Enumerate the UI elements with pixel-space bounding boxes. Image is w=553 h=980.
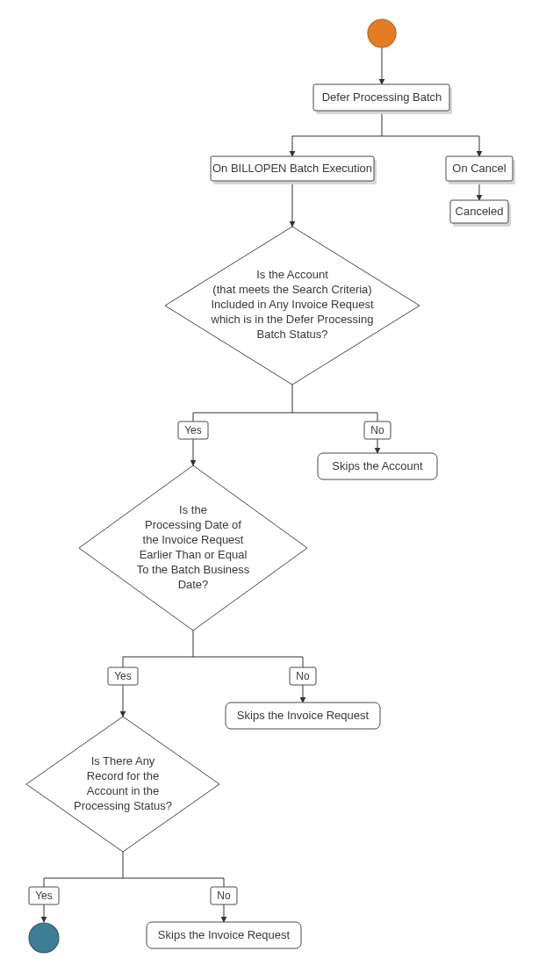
label-d1-yes: Yes [178, 422, 208, 439]
node-canceled: Canceled [450, 200, 511, 227]
decision-d2-line2: Processing Date of [145, 518, 241, 531]
label-d3-no-text: No [217, 890, 231, 902]
decision-d1-line5: Batch Status? [257, 328, 328, 341]
label-d3-yes-text: Yes [35, 890, 53, 902]
node-on-cancel-label: On Cancel [452, 162, 506, 175]
decision-d2-line6: Date? [178, 578, 209, 591]
label-d1-no: No [364, 422, 391, 439]
decision-d3-line2: Record for the [87, 769, 159, 782]
start-node [368, 19, 396, 47]
label-d1-yes-text: Yes [184, 424, 202, 436]
decision-d1-line3: Included in Any Invoice Request [211, 298, 373, 311]
label-d2-no-text: No [296, 670, 310, 682]
node-skips-invoice-request-1: Skips the Invoice Request [226, 703, 380, 729]
node-on-cancel: On Cancel [446, 156, 515, 184]
flowchart-canvas: Defer Processing Batch On BILLOPEN Batch… [0, 0, 553, 980]
decision-d3-line1: Is There Any [91, 754, 155, 767]
node-on-billopen: On BILLOPEN Batch Execution [211, 156, 377, 184]
node-defer-processing-batch: Defer Processing Batch [313, 84, 452, 114]
node-skips-invoice-request-2-label: Skips the Invoice Request [158, 928, 291, 941]
node-skips-account: Skips the Account [318, 453, 437, 479]
label-d2-no: No [290, 667, 316, 685]
decision-d2-line1: Is the [179, 503, 207, 516]
label-d2-yes: Yes [108, 667, 138, 685]
decision-processing-date: Is the Processing Date of the Invoice Re… [79, 465, 307, 631]
svg-point-0 [368, 19, 396, 47]
svg-point-20 [29, 923, 59, 953]
decision-d3-line3: Account in the [87, 784, 159, 797]
decision-d1-line1: Is the Account [256, 268, 328, 281]
node-canceled-label: Canceled [456, 205, 504, 218]
node-on-billopen-label: On BILLOPEN Batch Execution [212, 162, 372, 175]
node-skips-account-label: Skips the Account [332, 459, 423, 472]
label-d1-no-text: No [370, 424, 384, 436]
label-d2-yes-text: Yes [114, 670, 132, 682]
decision-d2-line3: the Invoice Request [143, 533, 244, 546]
decision-record-processing-status: Is There Any Record for the Account in t… [26, 717, 219, 852]
decision-d3-line4: Processing Status? [74, 799, 172, 812]
node-skips-invoice-request-1-label: Skips the Invoice Request [237, 709, 370, 722]
decision-d2-line5: To the Batch Business [137, 563, 250, 576]
decision-account-in-invoice-request: Is the Account (that meets the Search Cr… [165, 227, 420, 385]
decision-d2-line4: Earlier Than or Equal [140, 548, 248, 561]
node-skips-invoice-request-2: Skips the Invoice Request [147, 922, 301, 948]
node-defer-processing-batch-label: Defer Processing Batch [322, 90, 442, 104]
decision-d1-line2: (that meets the Search Criteria) [212, 283, 371, 296]
label-d3-yes: Yes [29, 887, 59, 904]
label-d3-no: No [211, 887, 237, 904]
decision-d1-line4: which is in the Defer Processing [211, 313, 374, 326]
end-node [29, 923, 59, 953]
